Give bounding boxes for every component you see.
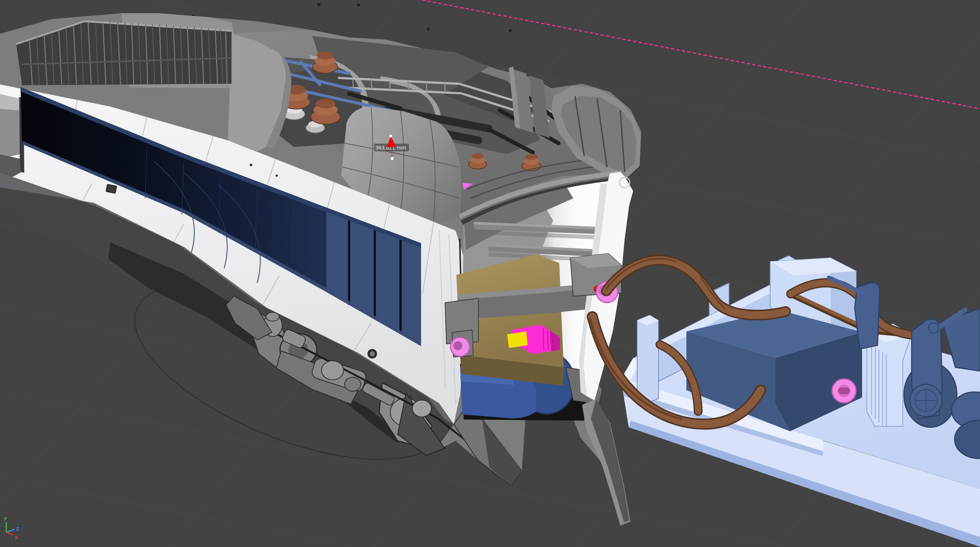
svg-text:Z: Z <box>16 526 19 531</box>
svg-text:X: X <box>15 535 18 541</box>
svg-text:Y: Y <box>4 516 7 522</box>
